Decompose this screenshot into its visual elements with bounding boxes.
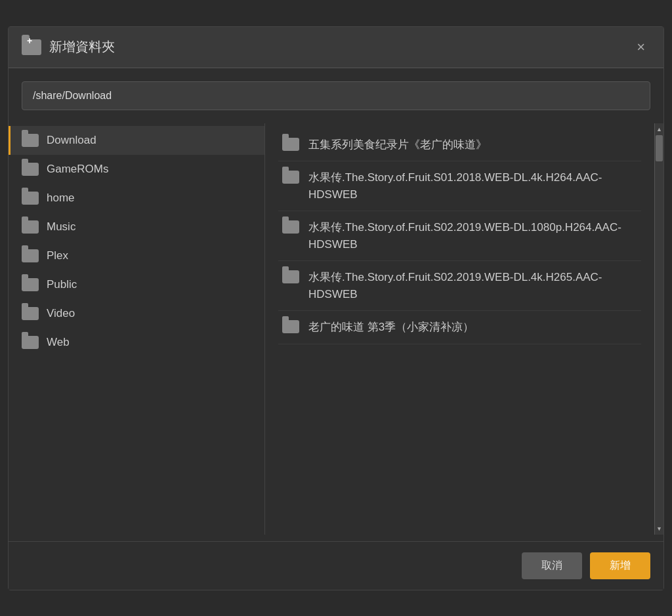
confirm-button[interactable]: 新增 [590, 552, 650, 579]
right-item-r5[interactable]: 老广的味道 第3季（小家清补凉） [278, 311, 641, 344]
left-item-label: home [47, 192, 75, 205]
folder-icon [282, 138, 299, 151]
scroll-thumb[interactable] [656, 135, 663, 161]
content-area: DownloadGameROMshomeMusicPlexPublicVideo… [9, 123, 663, 535]
folder-icon [22, 249, 39, 262]
left-item-plex[interactable]: Plex [9, 241, 264, 270]
left-item-video[interactable]: Video [9, 299, 264, 328]
folder-icon [22, 307, 39, 320]
left-item-label: GameROMs [47, 163, 108, 176]
dialog-footer: 取消 新增 [9, 541, 663, 590]
scroll-down-arrow[interactable]: ▼ [655, 523, 663, 535]
folder-icon [282, 171, 299, 184]
new-folder-dialog: + 新增資料夾 × /share/Download DownloadGameRO… [8, 26, 664, 590]
left-item-web[interactable]: Web [9, 328, 264, 357]
folder-icon [282, 320, 299, 333]
left-item-label: Public [47, 278, 77, 291]
folder-icon [22, 192, 39, 205]
folder-icon [22, 220, 39, 234]
folder-icon [22, 163, 39, 176]
left-item-public[interactable]: Public [9, 270, 264, 299]
left-item-label: Plex [47, 249, 68, 262]
left-item-download[interactable]: Download [9, 126, 264, 155]
right-item-label: 水果传.The.Story.of.Fruit.S02.2019.WEB-DL.1… [308, 219, 637, 253]
title-area: + 新增資料夾 [22, 38, 115, 56]
path-bar[interactable]: /share/Download [22, 81, 650, 110]
right-item-label: 五集系列美食纪录片《老广的味道》 [308, 136, 637, 154]
right-item-r4[interactable]: 水果传.The.Story.of.Fruit.S02.2019.WEB-DL.4… [278, 261, 641, 311]
left-item-label: Web [47, 336, 70, 349]
cancel-button[interactable]: 取消 [522, 552, 582, 579]
left-item-gameroms[interactable]: GameROMs [9, 155, 264, 184]
scrollbar[interactable]: ▲ ▼ [654, 123, 663, 535]
right-item-r2[interactable]: 水果传.The.Story.of.Fruit.S01.2018.WEB-DL.4… [278, 161, 641, 211]
right-item-label: 水果传.The.Story.of.Fruit.S01.2018.WEB-DL.4… [308, 169, 637, 203]
right-item-r3[interactable]: 水果传.The.Story.of.Fruit.S02.2019.WEB-DL.1… [278, 211, 641, 261]
left-item-label: Video [47, 307, 75, 320]
scroll-up-arrow[interactable]: ▲ [655, 123, 663, 135]
close-button[interactable]: × [631, 37, 650, 57]
right-item-r1[interactable]: 五集系列美食纪录片《老广的味道》 [278, 129, 641, 162]
folder-icon [22, 336, 39, 349]
folder-icon [22, 278, 39, 291]
scroll-track[interactable] [655, 135, 663, 523]
dialog-title: 新增資料夾 [49, 38, 115, 56]
left-item-label: Music [47, 220, 75, 234]
folder-icon [282, 270, 299, 283]
right-item-label: 水果传.The.Story.of.Fruit.S02.2019.WEB-DL.4… [308, 269, 637, 302]
dialog-header: + 新增資料夾 × [9, 27, 663, 68]
left-item-home[interactable]: home [9, 184, 264, 213]
right-panel: 五集系列美食纪录片《老广的味道》水果传.The.Story.of.Fruit.S… [265, 123, 654, 535]
left-item-music[interactable]: Music [9, 213, 264, 241]
new-folder-icon: + [22, 39, 41, 55]
folder-icon [282, 220, 299, 234]
right-item-label: 老广的味道 第3季（小家清补凉） [308, 319, 637, 336]
left-panel: DownloadGameROMshomeMusicPlexPublicVideo… [9, 123, 264, 535]
left-item-label: Download [47, 134, 96, 147]
folder-icon [22, 134, 39, 147]
